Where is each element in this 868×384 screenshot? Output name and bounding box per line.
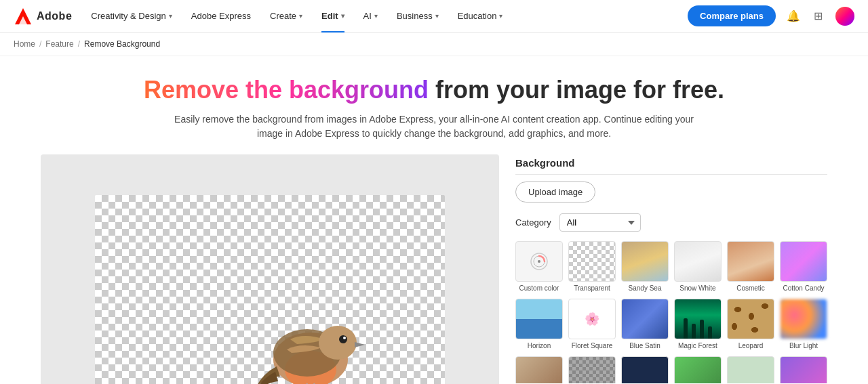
background-grid-row1: Custom color Transparent Sandy Sea Snow … [515, 241, 827, 292]
bg-thumb-blur-light [780, 299, 827, 339]
bg-item-cotton-candy[interactable]: Cotton Candy [780, 241, 827, 292]
bg-thumb-partial-2 [568, 356, 616, 383]
sidebar: Background Upload image Category All Nat… [515, 154, 827, 384]
breadcrumb-feature[interactable]: Feature [45, 39, 73, 49]
category-select[interactable]: All Nature Abstract Solid Colors Pattern… [559, 213, 641, 232]
bg-item-partial-4[interactable] [674, 356, 722, 383]
breadcrumb-current: Remove Background [84, 39, 160, 49]
bg-thumb-horizon [515, 299, 563, 339]
bg-label-leopard: Leopard [738, 342, 764, 349]
bg-thumb-cosmetic [727, 241, 774, 282]
bg-thumb-blue-satin [621, 299, 669, 339]
bg-thumb-partial-1 [515, 356, 563, 383]
bg-item-sandy-sea[interactable]: Sandy Sea [621, 241, 669, 292]
bg-label-horizon: Horizon [528, 342, 551, 349]
bg-label-blue-satin: Blue Satin [629, 342, 660, 349]
bg-label-cosmetic: Cosmetic [736, 284, 765, 292]
bg-thumb-floret-square: 🌸 [568, 299, 616, 339]
bg-label-snow-white: Snow White [679, 284, 715, 292]
bg-item-floret-square[interactable]: 🌸 Floret Square [568, 299, 616, 349]
hero-subtitle: Easily remove the background from images… [163, 112, 705, 141]
compare-plans-button[interactable]: Compare plans [688, 5, 776, 26]
bird-image [243, 272, 378, 384]
background-grid-row2: Horizon 🌸 Floret Square Blue Satin [515, 299, 827, 349]
breadcrumb: Home / Feature / Remove Background [0, 33, 868, 56]
upload-image-button[interactable]: Upload image [515, 182, 595, 202]
page-title: Remove the background from your image fo… [14, 75, 854, 104]
bg-thumb-sandy-sea [621, 241, 669, 282]
bg-thumb-partial-5 [727, 356, 774, 383]
chevron-down-icon: ▾ [499, 12, 502, 20]
bg-thumb-partial-3 [621, 356, 669, 383]
main-content: Background Upload image Category All Nat… [27, 154, 841, 384]
bg-item-blur-light[interactable]: Blur Light [780, 299, 827, 349]
bg-item-partial-3[interactable] [621, 356, 669, 383]
bg-thumb-magic-forest [674, 299, 722, 339]
nav-edit[interactable]: Edit ▾ [313, 0, 353, 33]
nav-business[interactable]: Business ▾ [389, 0, 447, 33]
nav-adobe-express[interactable]: Adobe Express [183, 0, 259, 33]
bg-label-blur-light: Blur Light [789, 342, 818, 349]
user-avatar[interactable] [835, 7, 854, 26]
hero-title-gradient: Remove the background [144, 76, 429, 104]
svg-point-12 [538, 260, 540, 263]
bg-thumb-partial-6 [780, 356, 827, 383]
adobe-wordmark: Adobe [37, 10, 72, 22]
bg-label-magic-forest: Magic Forest [678, 342, 717, 349]
svg-point-5 [319, 326, 357, 360]
nav-ai[interactable]: AI ▾ [355, 0, 386, 33]
bg-thumb-partial-4 [674, 356, 722, 383]
bg-item-snow-white[interactable]: Snow White [674, 241, 722, 292]
navigation: Adobe Creativity & Design ▾ Adobe Expres… [0, 0, 868, 33]
bg-label-transparent: Transparent [574, 284, 610, 292]
bg-thumb-leopard [727, 299, 774, 339]
adobe-logo[interactable]: Adobe [14, 7, 72, 26]
nav-items: Creativity & Design ▾ Adobe Express Crea… [83, 0, 688, 33]
bg-item-blue-satin[interactable]: Blue Satin [621, 299, 669, 349]
chevron-down-icon: ▾ [169, 12, 172, 20]
bg-label-custom-color: Custom color [519, 284, 559, 292]
chevron-down-icon: ▾ [374, 12, 378, 20]
bg-item-partial-1[interactable] [515, 356, 563, 383]
breadcrumb-home[interactable]: Home [14, 39, 35, 49]
bg-thumb-snow-white [674, 241, 722, 282]
svg-point-6 [339, 335, 347, 343]
bg-item-cosmetic[interactable]: Cosmetic [727, 241, 774, 292]
bg-thumb-cotton-candy [780, 241, 827, 282]
chevron-down-icon: ▾ [341, 12, 344, 20]
chevron-down-icon: ▾ [435, 12, 439, 20]
bg-item-partial-5[interactable] [727, 356, 774, 383]
background-grid-row3-partial [515, 356, 827, 383]
bg-item-partial-6[interactable] [780, 356, 827, 383]
color-picker-icon [530, 252, 549, 271]
bg-label-cotton-candy: Cotton Candy [783, 284, 824, 292]
chevron-down-icon: ▾ [299, 12, 302, 20]
svg-point-7 [343, 337, 346, 339]
bg-item-transparent[interactable]: Transparent [568, 241, 616, 292]
adobe-logo-icon [14, 7, 33, 26]
bg-item-horizon[interactable]: Horizon [515, 299, 563, 349]
apps-grid-icon[interactable]: ⊞ [811, 9, 825, 23]
nav-create[interactable]: Create ▾ [262, 0, 311, 33]
bg-item-partial-2[interactable] [568, 356, 616, 383]
nav-right: Compare plans 🔔 ⊞ [688, 5, 854, 26]
category-row: Category All Nature Abstract Solid Color… [515, 213, 827, 232]
breadcrumb-separator: / [39, 39, 41, 49]
bg-thumb-transparent [568, 241, 616, 282]
bg-label-sandy-sea: Sandy Sea [629, 284, 662, 292]
bg-item-leopard[interactable]: Leopard [727, 299, 774, 349]
hero-title-rest: from your image for free. [429, 76, 724, 104]
bg-thumb-custom-color [515, 241, 563, 282]
image-preview-panel [41, 154, 499, 384]
nav-education[interactable]: Education ▾ [450, 0, 511, 33]
sidebar-section-title: Background [515, 157, 827, 175]
breadcrumb-separator: / [78, 39, 80, 49]
hero-section: Remove the background from your image fo… [0, 56, 868, 154]
bg-item-custom-color[interactable]: Custom color [515, 241, 563, 292]
category-label: Category [515, 217, 551, 228]
bg-item-magic-forest[interactable]: Magic Forest [674, 299, 722, 349]
notifications-icon[interactable]: 🔔 [787, 9, 800, 23]
bg-label-floret-square: Floret Square [572, 342, 613, 349]
nav-creativity-design[interactable]: Creativity & Design ▾ [83, 0, 180, 33]
